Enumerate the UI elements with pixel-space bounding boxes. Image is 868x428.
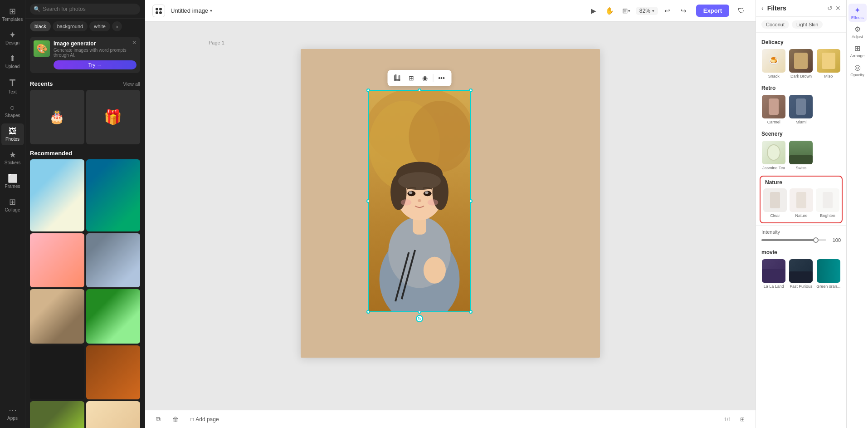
- photo-9[interactable]: [30, 401, 84, 428]
- filter-fastfurious[interactable]: Fast Furious: [789, 259, 813, 289]
- back-button[interactable]: ‹: [761, 5, 764, 12]
- frames-icon: ⬜: [8, 174, 18, 182]
- try-button[interactable]: Try →: [54, 60, 137, 69]
- chevron-down-icon: ▾: [210, 8, 212, 13]
- filter-darkbrown-label: Dark Brown: [790, 74, 812, 79]
- grid-view-icon[interactable]: ⊞: [736, 413, 748, 425]
- photo-6[interactable]: [86, 289, 141, 344]
- sidebar-item-frames[interactable]: ⬜ Frames: [1, 171, 24, 192]
- view-chevron-icon: ▾: [628, 9, 630, 13]
- opacity-button[interactable]: ◎ Opacity: [848, 61, 867, 79]
- view-all-link[interactable]: View all: [123, 81, 140, 87]
- sidebar-item-shapes[interactable]: ○ Shapes: [1, 100, 24, 122]
- sidebar-item-text[interactable]: T Text: [1, 74, 24, 98]
- adjust-button[interactable]: ⚙ Adjust: [848, 23, 867, 41]
- nature-section: Nature Clear Nature: [760, 176, 843, 223]
- svg-point-23: [425, 191, 429, 194]
- svg-point-25: [401, 199, 412, 206]
- sidebar-item-photos[interactable]: 🖼 Photos: [1, 123, 24, 145]
- crop-button[interactable]: [391, 72, 404, 84]
- filter-tag-background[interactable]: background: [53, 21, 88, 31]
- movie-grid: La La Land Fast Furious Green oran...: [761, 259, 841, 289]
- arrange-button[interactable]: ⊞ Arrange: [848, 42, 867, 60]
- filter-greenorange[interactable]: Green oran...: [816, 259, 841, 289]
- recent-image-2[interactable]: 🎁: [86, 90, 141, 144]
- filter-miami[interactable]: Miami: [789, 95, 813, 124]
- intensity-slider[interactable]: [761, 239, 826, 241]
- filter-brighten[interactable]: Brighten: [816, 188, 839, 218]
- logo-icon: [155, 7, 162, 15]
- document-title[interactable]: Untitled image ▾: [171, 7, 212, 14]
- recents-title: Recents: [30, 80, 53, 87]
- pan-tool-button[interactable]: ✋: [603, 4, 617, 18]
- adjust-icon: ⚙: [854, 25, 861, 34]
- close-banner-icon[interactable]: ✕: [132, 39, 137, 46]
- nature-title: Nature: [763, 179, 839, 186]
- filter-brighten-thumb: [816, 188, 839, 212]
- svg-point-29: [424, 257, 446, 284]
- photo-8[interactable]: [86, 345, 141, 400]
- rotate-handle[interactable]: ↻: [416, 315, 423, 322]
- photo-4[interactable]: [86, 233, 141, 288]
- cursor-tool-button[interactable]: ▶: [587, 4, 600, 18]
- recent-image-1[interactable]: 🎂: [30, 90, 84, 144]
- photo-1[interactable]: [30, 159, 84, 231]
- filter-lalaland[interactable]: La La Land: [761, 259, 786, 289]
- filter-miso[interactable]: Miso: [816, 49, 841, 79]
- sidebar-item-label: Stickers: [5, 160, 21, 165]
- add-page-button[interactable]: □ Add page: [187, 414, 223, 424]
- filter-nature[interactable]: Nature: [790, 188, 813, 218]
- search-input[interactable]: [30, 4, 140, 15]
- right-icon-sidebar: ✦ Effects ⚙ Adjust ⊞ Arrange ◎ Opacity: [846, 0, 868, 428]
- copy-page-icon[interactable]: ⧉: [152, 413, 164, 425]
- photos-icon: 🖼: [9, 127, 17, 135]
- logo-button[interactable]: [152, 5, 165, 17]
- filter-pill-coconut[interactable]: Coconut: [761, 20, 789, 29]
- filter-clear[interactable]: Clear: [763, 188, 787, 218]
- adjust-label: Adjust: [852, 34, 863, 39]
- image-generator-banner: 🎨 Image generator Generate images with w…: [30, 37, 140, 73]
- filter-swiss[interactable]: Swiss: [789, 141, 813, 170]
- filter-tag-white[interactable]: white: [89, 21, 110, 31]
- filter-snack[interactable]: 🍮 Snack: [761, 49, 786, 79]
- sidebar-item-templates[interactable]: ⊞ Templates: [1, 4, 24, 25]
- delete-page-icon[interactable]: 🗑: [170, 413, 181, 425]
- filter-jasmine-label: Jasmine Tea: [762, 166, 785, 170]
- redo-button[interactable]: ↪: [677, 4, 691, 18]
- sidebar-item-collage[interactable]: ⊞ Collage: [1, 194, 24, 216]
- page-indicator: 1/1: [724, 417, 731, 422]
- canvas-image-selected[interactable]: ⊞ ◉ ••• ↻: [368, 90, 471, 312]
- sidebar-item-stickers[interactable]: ★ Stickers: [1, 147, 24, 169]
- refresh-filters-icon[interactable]: ↺: [827, 5, 833, 12]
- filter-arrow-btn[interactable]: ›: [112, 21, 122, 31]
- filters-panel: ‹ Filters ↺ ✕ Coconut Light Skin Delicac…: [756, 0, 846, 428]
- undo-button[interactable]: ↩: [661, 4, 674, 18]
- view-options-button[interactable]: ⊞ ▾: [619, 4, 633, 18]
- photo-3[interactable]: [30, 233, 84, 288]
- shield-icon[interactable]: 🛡: [735, 4, 748, 18]
- photo-2[interactable]: [86, 159, 141, 231]
- grid-button[interactable]: ⊞: [405, 72, 418, 84]
- recents-header: Recents View all: [30, 80, 140, 87]
- sidebar-item-apps[interactable]: ⋯ Apps: [1, 403, 24, 424]
- filter-carmel[interactable]: Carmel: [761, 95, 786, 124]
- sidebar-item-design[interactable]: ✦ Design: [1, 27, 24, 49]
- filter-swiss-thumb: [789, 141, 813, 164]
- zoom-control[interactable]: 82% ▾: [636, 7, 658, 15]
- filter-pill-lightskin[interactable]: Light Skin: [792, 20, 823, 29]
- photo-7[interactable]: [30, 345, 84, 400]
- more-button[interactable]: •••: [435, 72, 448, 84]
- effects-button[interactable]: ✦ Effects: [848, 4, 867, 22]
- filter-darkbrown[interactable]: Dark Brown: [789, 49, 813, 79]
- export-button[interactable]: Export: [696, 5, 729, 17]
- photo-10[interactable]: [86, 401, 141, 428]
- mask-button[interactable]: ◉: [419, 72, 431, 84]
- close-filters-icon[interactable]: ✕: [835, 5, 841, 12]
- image-generator-desc: Generate images with word prompts throug…: [54, 48, 137, 58]
- photo-5[interactable]: [30, 289, 84, 344]
- filter-tag-black[interactable]: black: [30, 21, 51, 31]
- filter-jasmine-tea[interactable]: Jasmine Tea: [761, 141, 786, 170]
- filter-lalaland-thumb: [762, 259, 785, 283]
- sidebar-item-upload[interactable]: ⬆ Upload: [1, 51, 24, 73]
- filter-miso-thumb: [817, 49, 840, 73]
